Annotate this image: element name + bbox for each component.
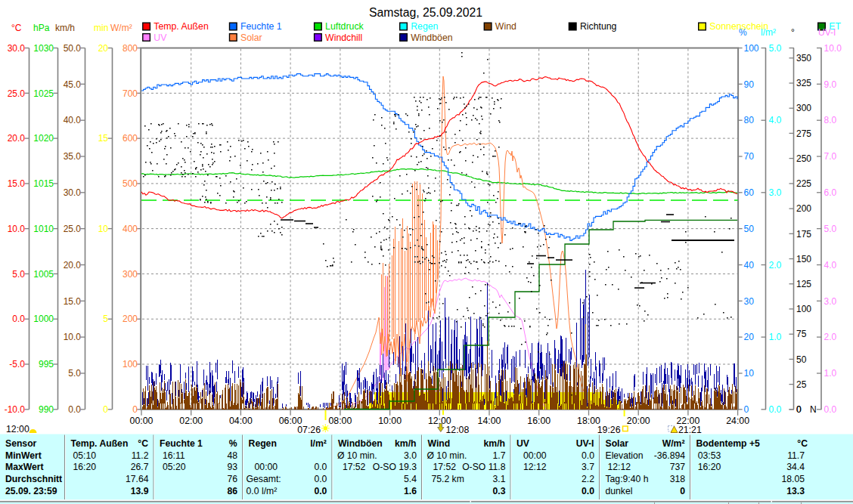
svg-text:70: 70: [744, 151, 755, 162]
svg-text:05:10: 05:10: [73, 450, 97, 461]
svg-text:05:20: 05:20: [163, 462, 186, 472]
svg-text:Temp. Außen: Temp. Außen: [71, 438, 129, 449]
svg-text:1.0: 1.0: [769, 332, 782, 342]
svg-text:250: 250: [796, 153, 811, 164]
svg-text:00:00: 00:00: [255, 462, 278, 472]
svg-text:%: %: [739, 27, 747, 38]
svg-text:0: 0: [132, 404, 138, 415]
svg-text:16:20: 16:20: [73, 462, 97, 472]
svg-text:1.6: 1.6: [404, 486, 417, 496]
svg-text:O-SO 11.8: O-SO 11.8: [462, 462, 506, 472]
svg-text:0.0: 0.0: [314, 486, 327, 496]
svg-text:Durchschnitt: Durchschnitt: [5, 474, 62, 484]
svg-text:3.7: 3.7: [582, 462, 594, 472]
svg-text:4.0: 4.0: [824, 260, 837, 271]
svg-text:Feuchte 1: Feuchte 1: [240, 21, 282, 32]
svg-text:50: 50: [744, 224, 755, 234]
svg-text:100: 100: [796, 304, 811, 314]
svg-text:1.0: 1.0: [824, 368, 837, 379]
svg-text:11.7: 11.7: [787, 450, 805, 461]
svg-text:10: 10: [98, 224, 109, 234]
svg-text:0.0: 0.0: [769, 404, 782, 415]
svg-text:500: 500: [123, 178, 138, 189]
svg-text:0.0: 0.0: [314, 474, 327, 484]
svg-text:Temp. Außen: Temp. Außen: [154, 21, 209, 32]
svg-text:100: 100: [123, 359, 138, 369]
svg-text:1000: 1000: [33, 314, 54, 324]
svg-text:02:00: 02:00: [179, 416, 203, 426]
svg-text:20:00: 20:00: [627, 416, 650, 426]
svg-text:Wind: Wind: [428, 438, 451, 449]
svg-text:1020: 1020: [33, 133, 54, 144]
svg-text:UV-I: UV-I: [818, 27, 836, 38]
svg-text:km/h: km/h: [484, 438, 505, 449]
svg-text:min: min: [94, 23, 108, 33]
svg-text:Windböen: Windböen: [338, 438, 383, 449]
svg-text:0.0: 0.0: [582, 450, 594, 461]
svg-text:300: 300: [796, 103, 811, 113]
svg-text:700: 700: [123, 88, 138, 99]
svg-text:W/m²: W/m²: [110, 23, 132, 33]
svg-text:-5.0: -5.0: [9, 359, 25, 369]
svg-text:350: 350: [796, 53, 811, 63]
svg-text:75: 75: [796, 329, 807, 339]
svg-text:00:00: 00:00: [523, 450, 547, 461]
svg-text:hPa: hPa: [33, 23, 50, 33]
svg-text:UV-I: UV-I: [576, 438, 594, 449]
svg-text:-10.0: -10.0: [5, 404, 26, 415]
svg-text:12:12: 12:12: [523, 462, 547, 472]
svg-text:14:00: 14:00: [478, 416, 501, 426]
svg-text:15.0: 15.0: [64, 296, 82, 307]
svg-text:1030: 1030: [33, 43, 54, 54]
svg-text:20.0: 20.0: [8, 133, 26, 144]
svg-text:UV: UV: [154, 32, 167, 43]
svg-text:Bodentemp +5: Bodentemp +5: [696, 438, 761, 449]
svg-text:40.0: 40.0: [64, 115, 82, 125]
svg-text:17.64: 17.64: [126, 474, 149, 484]
svg-text:Sensor: Sensor: [5, 438, 37, 449]
svg-text:93: 93: [228, 462, 238, 472]
svg-text:Feuchte 1: Feuchte 1: [160, 438, 203, 449]
svg-text:318: 318: [670, 474, 686, 484]
svg-text:07:26: 07:26: [297, 425, 321, 435]
svg-text:Ø 10 min.: Ø 10 min.: [337, 450, 377, 461]
svg-text:8.0: 8.0: [824, 115, 837, 125]
svg-text:km/h: km/h: [395, 438, 416, 449]
svg-text:26.7: 26.7: [131, 462, 149, 472]
svg-text:600: 600: [123, 133, 138, 144]
svg-text:0.0: 0.0: [12, 314, 25, 324]
svg-text:0.0 l/m²: 0.0 l/m²: [247, 486, 278, 496]
svg-text:3.0: 3.0: [404, 450, 417, 461]
svg-text:03:53: 03:53: [698, 450, 721, 461]
svg-text:90: 90: [744, 79, 755, 90]
svg-text:16:11: 16:11: [163, 450, 185, 461]
svg-text:275: 275: [796, 128, 811, 139]
svg-text:5.0: 5.0: [824, 224, 837, 234]
svg-text:°C: °C: [797, 438, 808, 449]
svg-text:15: 15: [98, 133, 109, 144]
svg-text:15.0: 15.0: [8, 178, 26, 189]
svg-text:km/h: km/h: [55, 23, 75, 33]
svg-text:0.0: 0.0: [582, 486, 594, 496]
svg-text:0: 0: [744, 404, 749, 415]
svg-text:5.0: 5.0: [769, 43, 782, 54]
svg-text:5.0: 5.0: [12, 269, 25, 280]
svg-text:125: 125: [796, 279, 811, 289]
svg-text:Solar: Solar: [240, 32, 262, 43]
svg-text:86: 86: [228, 486, 238, 496]
svg-text:1010: 1010: [33, 224, 54, 234]
svg-text:60: 60: [744, 187, 755, 198]
svg-text:12:00: 12:00: [6, 424, 29, 434]
svg-text:10.0: 10.0: [8, 224, 26, 234]
svg-text:0.0: 0.0: [68, 404, 81, 415]
svg-text:Elevation: Elevation: [606, 450, 644, 461]
svg-text:19:26: 19:26: [597, 425, 621, 435]
svg-text:12:12: 12:12: [608, 462, 631, 472]
svg-text:0: 0: [796, 404, 802, 415]
svg-text:25.09. 23:59: 25.09. 23:59: [5, 486, 57, 496]
svg-text:12:08: 12:08: [446, 425, 470, 435]
svg-text:0.0: 0.0: [314, 462, 327, 472]
svg-text:2.0: 2.0: [769, 260, 782, 271]
svg-text:225: 225: [796, 178, 811, 189]
svg-text:Wind: Wind: [495, 21, 516, 32]
